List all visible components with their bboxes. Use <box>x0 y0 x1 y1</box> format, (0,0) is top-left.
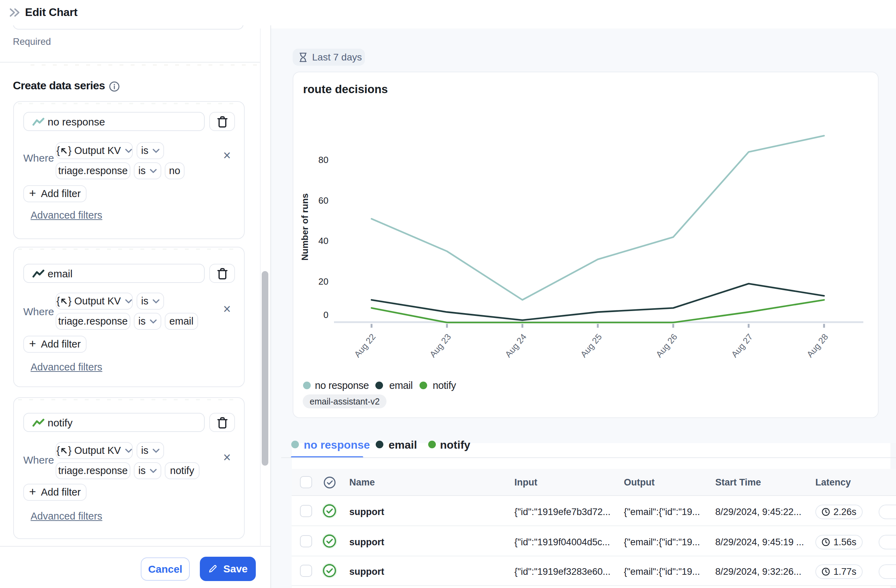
svg-text:80: 80 <box>318 155 328 165</box>
svg-text:Aug 25: Aug 25 <box>578 332 603 360</box>
svg-text:Aug 26: Aug 26 <box>654 332 679 360</box>
svg-text:Aug 23: Aug 23 <box>428 332 453 360</box>
svg-text:Number of runs: Number of runs <box>300 193 310 260</box>
svg-text:0: 0 <box>323 310 328 320</box>
svg-text:Aug 28: Aug 28 <box>805 332 830 360</box>
svg-text:Aug 27: Aug 27 <box>729 332 754 360</box>
svg-text:60: 60 <box>318 195 328 206</box>
svg-text:Aug 22: Aug 22 <box>352 332 377 360</box>
svg-text:20: 20 <box>318 276 328 287</box>
svg-text:40: 40 <box>318 236 328 246</box>
svg-text:Aug 24: Aug 24 <box>503 332 528 360</box>
